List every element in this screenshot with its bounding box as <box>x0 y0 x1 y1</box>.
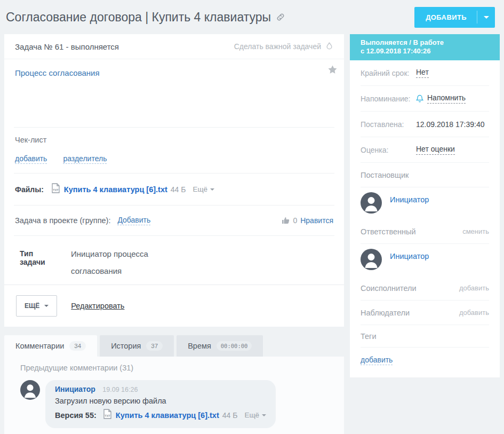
person-icon <box>20 380 40 400</box>
chevron-down-icon <box>262 414 266 416</box>
page-header: Согласование договора | Купить 4 клавиат… <box>0 0 504 34</box>
process-link[interactable]: Процесс согласования <box>15 68 100 77</box>
task-type-label: Тип задачи <box>20 249 60 285</box>
person-icon <box>361 249 382 270</box>
comment-text: Загрузил новую версию файла <box>55 397 266 405</box>
coexecutors-section-title: Соисполнители <box>361 284 417 293</box>
responsible-change-link[interactable]: сменить <box>462 227 489 235</box>
checklist-title: Чек-лист <box>15 136 333 144</box>
svg-text:TXT: TXT <box>53 188 59 192</box>
status-banner: Выполняется / В работе с 12.09.2018 17:4… <box>350 34 500 60</box>
star-icon[interactable] <box>328 65 337 76</box>
file-link[interactable]: Купить 4 клавиатурц [6].txt <box>64 185 167 194</box>
previous-comments-link[interactable]: Предыдущие комментарии (31) <box>20 364 344 372</box>
reminder-link[interactable]: Напомнить <box>427 93 466 104</box>
link-icon[interactable] <box>276 13 285 23</box>
task-sidebar: Выполняется / В работе с 12.09.2018 17:4… <box>350 34 500 377</box>
status-line1: Выполняется / В работе <box>361 38 489 47</box>
comment-item: Инициатор 19.09 16:26 Загрузил новую вер… <box>20 380 344 428</box>
rating-value[interactable]: Нет оценки <box>416 145 455 155</box>
comment-file-link[interactable]: Купить 4 клавиатурц [6].txt <box>116 411 219 420</box>
svg-text:TXT: TXT <box>105 414 110 417</box>
avatar[interactable] <box>361 249 382 270</box>
tab-time[interactable]: Время 00:00:00 <box>177 335 263 357</box>
file-size: 44 Б <box>171 185 186 194</box>
deadline-label: Крайний срок: <box>361 69 416 77</box>
likes-count: 0 <box>293 216 297 225</box>
likes-link[interactable]: Нравится <box>300 216 333 225</box>
page-title: Согласование договора | Купить 4 клавиат… <box>6 10 271 25</box>
bell-icon <box>416 94 423 103</box>
deadline-value[interactable]: Нет <box>416 68 429 78</box>
responsible-name-link[interactable]: Инициатор <box>390 252 429 270</box>
status-line2: с 12.09.2018 17:40:26 <box>361 47 489 56</box>
creator-section-title: Постановщик <box>361 171 409 179</box>
observers-section-title: Наблюдатели <box>361 309 410 317</box>
tab-history[interactable]: История 37 <box>100 335 174 357</box>
txt-file-icon: TXT <box>51 183 60 195</box>
files-label: Файлы: <box>15 185 44 194</box>
comment-timestamp: 19.09 16:26 <box>102 386 138 393</box>
tags-section-title: Теги <box>361 332 377 341</box>
thumbs-up-icon <box>282 217 290 224</box>
task-type-value: Инициатор процесса согласования <box>71 246 164 285</box>
task-number-status: Задача № 61 - выполняется <box>15 42 119 51</box>
comments-panel: Предыдущие комментарии (31) Инициатор 19… <box>4 357 344 434</box>
comment-file-more-label: Ещё <box>244 411 259 419</box>
tab-comments-badge: 34 <box>69 341 86 351</box>
flame-icon <box>325 42 333 51</box>
more-actions-button[interactable]: ЕЩЁ <box>16 295 57 317</box>
chevron-down-icon <box>484 16 489 19</box>
tab-comments-label: Комментарии <box>15 342 64 350</box>
checklist-add-link[interactable]: добавить <box>15 154 47 164</box>
comment-bubble: Инициатор 19.09 16:26 Загрузил новую вер… <box>45 380 276 428</box>
task-card: Задача № 61 - выполняется Сделать важной… <box>4 34 344 327</box>
make-important-label: Сделать важной задачей <box>234 42 321 51</box>
add-task-dropdown[interactable] <box>477 16 495 19</box>
make-important-button[interactable]: Сделать важной задачей <box>234 42 333 51</box>
chevron-down-icon <box>210 188 214 191</box>
file-more-label: Ещё <box>193 185 207 193</box>
txt-file-icon: TXT <box>103 409 112 421</box>
file-more-button[interactable]: Ещё <box>193 185 214 193</box>
checklist-divider-link[interactable]: разделитель <box>63 154 107 164</box>
comment-author-link[interactable]: Инициатор <box>55 385 95 393</box>
project-add-link[interactable]: Добавить <box>117 216 150 225</box>
rating-label: Оценка: <box>361 146 416 154</box>
tab-history-badge: 37 <box>146 341 163 351</box>
avatar[interactable] <box>20 380 40 400</box>
coexecutors-add-link[interactable]: добавить <box>459 284 489 292</box>
chevron-down-icon <box>44 305 49 307</box>
created-value: 12.09.2018 17:39:40 <box>416 120 484 129</box>
version-label: Версия 55: <box>55 411 97 420</box>
tab-time-label: Время <box>188 342 211 350</box>
avatar[interactable] <box>361 192 382 214</box>
tags-add-link[interactable]: добавить <box>361 356 393 365</box>
add-task-button-label[interactable]: ДОБАВИТЬ <box>414 13 477 21</box>
edit-task-link[interactable]: Редактировать <box>71 302 124 310</box>
project-label: Задача в проекте (группе): <box>15 216 110 225</box>
person-icon <box>361 192 382 214</box>
creator-name-link[interactable]: Инициатор <box>390 195 429 214</box>
tab-history-label: История <box>111 342 141 350</box>
comment-file-size: 44 Б <box>222 411 238 420</box>
add-task-button[interactable]: ДОБАВИТЬ <box>414 7 495 28</box>
created-label: Поставлена: <box>361 120 416 129</box>
tab-time-badge: 00:00:00 <box>217 341 252 351</box>
tab-comments[interactable]: Комментарии 34 <box>4 335 97 357</box>
comment-file-more-button[interactable]: Ещё <box>244 411 266 419</box>
observers-add-link[interactable]: добавить <box>459 309 489 317</box>
reminder-label: Напоминание: <box>361 94 416 103</box>
responsible-section-title: Ответственный <box>361 227 416 236</box>
tab-bar: Комментарии 34 История 37 Время 00:00:00 <box>4 335 344 357</box>
more-actions-label: ЕЩЁ <box>25 302 39 310</box>
